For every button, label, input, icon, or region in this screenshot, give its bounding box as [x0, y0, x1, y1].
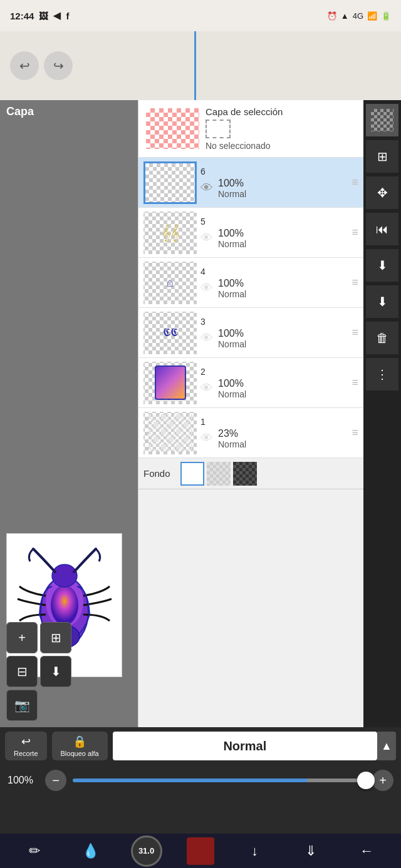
back-icon: ← [360, 843, 373, 859]
layer-4-menu[interactable]: ≡ [352, 276, 358, 289]
layer-row-1[interactable]: 1 👁 23% Normal ≡ [138, 408, 363, 458]
layer-2-content [155, 365, 186, 400]
fondo-row[interactable]: Fondo [138, 458, 363, 489]
layer-5-info: 5 👁 100% Normal [200, 217, 348, 249]
layer-4-thumb: ⌂ [143, 262, 197, 304]
layer-2-menu[interactable]: ≡ [352, 376, 358, 389]
layer-row-2[interactable]: 2 👁 100% Normal ≡ [138, 358, 363, 408]
layer-panel: Capa [0, 100, 401, 727]
layer-1-info: 1 👁 23% Normal [200, 417, 348, 449]
fondo-label: Fondo [143, 468, 170, 479]
more-button[interactable]: ⋮ [366, 358, 398, 391]
opacity-slider-thumb[interactable] [357, 772, 375, 789]
layer-5-menu[interactable]: ≡ [352, 226, 358, 239]
layer-6-visibility[interactable]: 👁 [200, 181, 213, 195]
blend-mode-arrow[interactable]: ▲ [377, 732, 396, 760]
merge-layer-button[interactable]: ⊟ [6, 656, 38, 687]
redo-button[interactable]: ↪ [44, 51, 73, 80]
eraser-tool-button[interactable]: ✏ [19, 835, 50, 867]
move-button[interactable]: ✥ [366, 176, 398, 209]
layer-3-visibility[interactable]: 👁 [200, 331, 213, 345]
double-down-icon: ⇓ [305, 843, 316, 859]
trash-button[interactable]: 🗑 [366, 322, 398, 354]
camera-button[interactable]: 📷 [6, 690, 38, 721]
layer-row-6[interactable]: 6 👁 100% Normal ≡ [138, 158, 363, 208]
selection-layer-row[interactable]: Capa de selección No seleccionado [138, 100, 363, 158]
layer-4-mode: Normal [218, 289, 246, 299]
flatten-button[interactable]: ⬇ [40, 656, 71, 687]
duplicate-layer-button[interactable]: ⊞ [40, 622, 71, 653]
layer-3-menu[interactable]: ≡ [352, 326, 358, 339]
chevron-up-icon: ▲ [381, 740, 392, 753]
transform-button[interactable]: ⊞ [366, 140, 398, 173]
fondo-white-thumb[interactable] [180, 462, 204, 486]
undo-redo-group: ↩ ↪ [10, 51, 73, 80]
layer-row-5[interactable]: 𝄞𝄞 5 👁 100% Normal ≡ [138, 208, 363, 258]
layer-6-menu[interactable]: ≡ [352, 176, 358, 189]
layer-2-info: 2 👁 100% Normal [200, 367, 348, 399]
no-selected-label: No seleccionado [206, 141, 356, 151]
double-down-button[interactable]: ⇓ [295, 835, 326, 867]
selection-layer-info: Capa de selección No seleccionado [206, 106, 356, 151]
more-icon: ⋮ [376, 367, 388, 382]
checker-pattern-button[interactable] [366, 104, 398, 136]
blend-mode-text: Normal [223, 739, 266, 753]
layer-1-visibility[interactable]: 👁 [200, 431, 213, 446]
layer-5-visibility[interactable]: 👁 [200, 231, 213, 245]
dropper-tool-button[interactable]: 💧 [75, 835, 106, 867]
canvas-tools[interactable]: + ⊞ ⊟ ⬇ 📷 [6, 622, 71, 721]
eraser-icon: ✏ [29, 843, 40, 859]
layer-2-visibility[interactable]: 👁 [200, 381, 213, 396]
layer-5-opacity: 100% [218, 228, 246, 239]
flip-v-icon: ⬇ [377, 258, 388, 273]
undo-button[interactable]: ↩ [10, 51, 39, 80]
layer-3-opacity: 100% [218, 328, 246, 339]
svg-point-3 [52, 564, 77, 587]
flip-v-button[interactable]: ⬇ [366, 249, 398, 282]
layer-4-info: 4 👁 100% Normal [200, 267, 348, 299]
bottom-panel: ↩ Recorte 🔒 Bloqueo alfa Normal ▲ 100% −… [0, 727, 401, 834]
fondo-checker-thumb[interactable] [207, 462, 231, 486]
status-bar: 12:44 🖼 ◀ f ⏰ ▲ 4G 📶 🔋 [0, 0, 401, 31]
recorte-icon: ↩ [21, 735, 31, 748]
download-button[interactable]: ⬇ [366, 285, 398, 318]
down-arrow-button[interactable]: ↓ [239, 835, 270, 867]
canvas-background[interactable]: Capa [0, 100, 138, 727]
brush-size-button[interactable]: 31.0 [131, 835, 162, 867]
opacity-decrease-button[interactable]: − [45, 770, 66, 791]
add-layer-button[interactable]: + [6, 622, 38, 653]
dropper-icon: 💧 [82, 843, 99, 859]
opacity-slider[interactable] [73, 779, 366, 782]
transform-icon: ⊞ [377, 149, 388, 164]
layer-2-thumb [143, 362, 197, 404]
layer-2-opacity: 100% [218, 378, 246, 389]
fondo-thumbs [180, 462, 257, 486]
checker-icon [371, 109, 393, 131]
layers-list[interactable]: Capa de selección No seleccionado 6 👁 10… [138, 100, 363, 727]
capa-title: Capa [6, 105, 34, 118]
signal-icon: 📶 [367, 11, 377, 21]
layer-6-mode: Normal [218, 189, 246, 199]
layer-2-mode: Normal [218, 389, 246, 399]
opacity-increase-button[interactable]: + [372, 770, 393, 791]
bloqueo-alfa-button[interactable]: 🔒 Bloqueo alfa [52, 732, 108, 760]
layer-row-3[interactable]: 𝕮𝕮 3 👁 100% Normal ≡ [138, 308, 363, 358]
layer-6-thumb [143, 161, 197, 204]
layer-6-info: 6 👁 100% Normal [200, 166, 348, 199]
fondo-dark-thumb[interactable] [233, 462, 257, 486]
color-swatch-button[interactable] [187, 837, 214, 865]
layer-4-visibility[interactable]: 👁 [200, 281, 213, 295]
layer-4-opacity: 100% [218, 278, 246, 289]
layer-1-menu[interactable]: ≡ [352, 426, 358, 439]
canvas-cursor-line [194, 31, 196, 100]
layer-row-4[interactable]: ⌂ 4 👁 100% Normal ≡ [138, 258, 363, 308]
main-canvas-area: Capa [0, 100, 401, 727]
layer-3-content: 𝕮𝕮 [163, 326, 178, 339]
flip-h-button[interactable]: ⏮ [366, 213, 398, 245]
blend-mode-display[interactable]: Normal [113, 732, 377, 760]
recorte-button[interactable]: ↩ Recorte [5, 732, 47, 760]
opacity-value: 100% [8, 775, 39, 786]
back-nav-button[interactable]: ← [351, 835, 382, 867]
network-icon: 4G [353, 11, 363, 21]
svg-point-2 [51, 585, 78, 625]
